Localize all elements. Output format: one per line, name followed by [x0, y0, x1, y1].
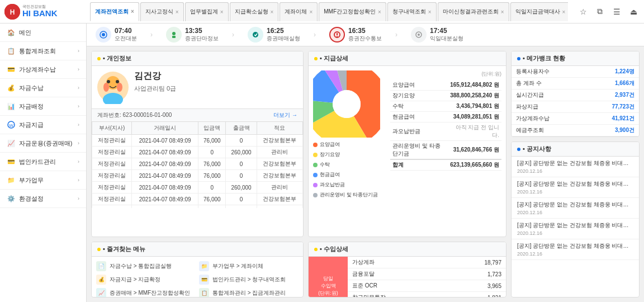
personal-cell-3-4: 건강보험본부 — [257, 170, 302, 182]
mega-value-0: 1,224명 — [585, 66, 639, 78]
notice-item-2[interactable]: [공지] 공단방문 없는 건강보험 체증웅 비대면 발급 공단방...2020.… — [512, 198, 639, 219]
timeline-info-1: 13:35 증권단마정보 — [185, 27, 219, 43]
notice-date-1: 2020.12.16 — [517, 189, 633, 195]
personal-cell-2-2: 76,000 — [198, 158, 226, 170]
personal-info-header: • 개인정보 — [92, 51, 303, 66]
notice-item-4[interactable]: [공지] 공단방문 없는 건강보험 체증웅 비대면 발급 공단방...2020.… — [512, 239, 639, 260]
sidebar-item-settings[interactable]: ⚙️ 환경설정 › — [0, 190, 86, 208]
sidebar-item-main[interactable]: 🏠 메인 — [0, 23, 86, 42]
more-link[interactable]: 더보기 → — [273, 111, 297, 119]
timeline-label-1: 증권단마정보 — [185, 35, 219, 43]
sidebar-label-funds: 자금수납 — [19, 84, 44, 92]
sidebar-item-allocation[interactable]: 📊 자금배정 › — [0, 97, 86, 116]
personal-cell-3-0: 저정관리실 — [92, 170, 132, 182]
pie-legend: 요양급여 장기요양 수탁 — [313, 141, 386, 200]
fav-item-1[interactable]: 📁부가업무 > 계좌이체 — [199, 261, 299, 271]
tab-5[interactable]: MMF간고정합성확인 × — [319, 2, 386, 21]
tab-6[interactable]: 청구내역조회 × — [387, 2, 437, 21]
tab-4[interactable]: 계좌이체 × — [280, 2, 318, 21]
panels-container: • 개인정보 — [87, 46, 644, 302]
fav-label-4: 증권매매 > MMF잔고정합성확인 — [110, 289, 190, 297]
logout-icon[interactable]: ⏏ — [627, 6, 640, 18]
tab-0[interactable]: 계좌전액조회 × — [90, 2, 139, 21]
notice-item-3[interactable]: [공지] 공단방문 없는 건강보험 체증웅 비대면 발급 공단방...2020.… — [512, 219, 639, 239]
chevron-right-icon-6: › — [78, 140, 79, 146]
personal-info-title: • 개인정보 — [103, 54, 131, 63]
sidebar-item-virtual[interactable]: 💳 가상계좌수납 › — [0, 60, 86, 79]
income-content: 당일 수입액 (단위:원) 가상계좌18,797금융포달1,723표준 OCR3… — [309, 257, 506, 298]
tab-1[interactable]: 지사고정식 × — [140, 2, 184, 21]
tab-close-3[interactable]: × — [271, 9, 274, 15]
personal-cell-3-3: 0 — [226, 170, 257, 182]
legend-dot-5 — [313, 193, 318, 197]
fav-item-2[interactable]: 💰자금지급 > 지급확정 — [96, 275, 196, 285]
sidebar-item-accounts[interactable]: 📋 통합계좌조회 › — [0, 42, 86, 60]
personal-table-wrap: 부서(지사) 거래일시 입금액 출금액 적요 저정관리실2021-04-07 0… — [92, 121, 303, 208]
mega-value-5: 3,900건 — [585, 125, 639, 136]
sidebar-item-payment[interactable]: W 자금지급 › — [0, 116, 86, 134]
mega-value-4: 41,921건 — [585, 113, 639, 125]
timeline-label-2: 증권매매실형 — [267, 35, 300, 43]
fav-item-4[interactable]: 📈증권매매 > MMF잔고정합성확인 — [96, 288, 196, 298]
timeline-time-4: 17:45 — [430, 27, 463, 35]
tab-8[interactable]: 익일지급금액대사 × — [510, 2, 568, 21]
tab-3[interactable]: 지급확소실형 × — [230, 2, 279, 21]
income-row-0: 가상계좌18,797 — [348, 257, 506, 268]
menu-icon[interactable]: ☰ — [610, 6, 623, 18]
fav-item-5[interactable]: 📋통합계좌관리 > 집금계좌관리 — [199, 288, 299, 298]
tab-close-0[interactable]: × — [131, 8, 134, 15]
tab-2[interactable]: 업무별집계 × — [185, 2, 229, 21]
timeline-item-0: 07:40 오전대분 — [96, 27, 137, 43]
payment-row-5: 관리운영비 및 타종단기금31,620,846,766 원 — [390, 141, 501, 160]
sidebar-item-additional[interactable]: 📁 부가업무 › — [0, 171, 86, 190]
payment-detail-header: • 지급상세 — [309, 51, 506, 66]
favorites-title: • 즐겨찾는 메뉴 — [103, 245, 145, 253]
personal-table-header-row: 부서(지사) 거래일시 입금액 출금액 적요 — [92, 122, 303, 135]
fav-item-3[interactable]: 💳법인카드관리 > 청구내역조회 — [199, 275, 299, 285]
personal-table-row-1: 저정관리실2021-04-07 08:49:090260,000관리비 — [92, 147, 303, 158]
tab-close-8[interactable]: × — [562, 9, 566, 15]
sidebar-item-funds[interactable]: 💰 자금수납 › — [0, 79, 86, 97]
personal-cell-2-0: 저정관리실 — [92, 158, 132, 170]
mega-value-3: 77,723건 — [585, 101, 639, 113]
tab-close-6[interactable]: × — [428, 9, 432, 15]
sidebar-item-securities[interactable]: 📈 자금운용(증권매매) › — [0, 134, 86, 153]
panel-right: • 메가뱅크 현황 등록사용자수1,224명총 계좌 수1,666개실시간지급2… — [511, 51, 640, 298]
income-label-0: 가상계좌 — [348, 257, 446, 268]
timeline-time-3: 16:35 — [348, 27, 382, 35]
personal-cell-0-4: 건강보험본부 — [257, 135, 302, 147]
income-value-0: 18,797 — [446, 257, 506, 268]
payment-detail-card: • 지급상세 — [308, 51, 506, 237]
personal-info-card: • 개인정보 — [91, 51, 304, 237]
payment-details-area: (단위:원) 요양급여165,912,484,802 원장기요양388,800,… — [390, 70, 501, 232]
legend-dot-1 — [313, 153, 318, 157]
personal-cell-0-2: 76,000 — [198, 135, 226, 147]
tab-close-4[interactable]: × — [309, 9, 312, 15]
copy-icon[interactable]: ⧉ — [594, 6, 606, 18]
tab-close-5[interactable]: × — [378, 9, 381, 15]
income-dot — [314, 248, 318, 251]
payment-label-0: 요양급여 — [390, 80, 448, 91]
star-icon[interactable]: ☆ — [577, 6, 589, 18]
corpcard-icon: 💳 — [7, 157, 16, 166]
tab-close-1[interactable]: × — [176, 9, 179, 15]
fav-item-0[interactable]: 📄자금수납 > 통합집금실행 — [96, 261, 196, 271]
tab-close-2[interactable]: × — [220, 9, 224, 15]
notice-item-1[interactable]: [공지] 공단방문 없는 건강보험 체증웅 비대면 발급 공단방...2020.… — [512, 177, 639, 198]
sidebar-label-accounts: 통합계좌조회 — [19, 47, 56, 55]
tab-7[interactable]: 마이신청결과관련조회 × — [438, 2, 509, 21]
notice-item-0[interactable]: [공지] 공단방문 없는 건강보험 체증웅 비대면 발급 공단방...2020.… — [512, 157, 639, 177]
timeline-item-4: 17:45 익일대분실형 — [411, 27, 463, 43]
fav-icon-5: 📋 — [199, 288, 209, 298]
sidebar-item-corpcard[interactable]: 💳 법인카드관리 › — [0, 153, 86, 171]
income-highlight: 당일 수입액 (단위:원) — [309, 257, 348, 298]
personal-cell-1-0: 저정관리실 — [92, 147, 132, 158]
pie-chart-area: 요양급여 장기요양 수탁 — [313, 70, 386, 232]
accounts-icon: 📋 — [7, 46, 16, 55]
income-value-1: 1,723 — [446, 268, 506, 280]
legend-label-5: 관리운영비 및 타종단기금 — [320, 191, 378, 199]
personal-cell-2-1: 2021-04-07 08:49:09 — [131, 158, 198, 170]
tab-close-7[interactable]: × — [501, 9, 504, 15]
payment-row-3: 현금급여34,089,281,051 원 — [390, 112, 501, 122]
account-bar: 계좌번호: 623-000016-01-000 더보기 → — [92, 108, 303, 121]
